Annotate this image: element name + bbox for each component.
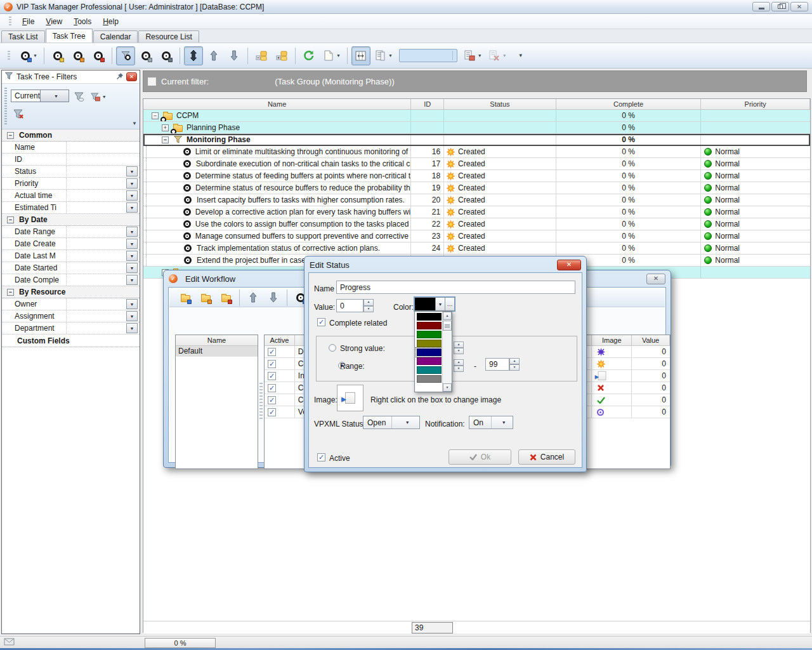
chevron-down-icon[interactable]: ▼ — [126, 323, 138, 333]
collapse-all-button[interactable] — [252, 46, 271, 65]
filter-field-date-last-m[interactable]: Date Last M▼ — [2, 250, 140, 262]
palette-color-swatch[interactable] — [417, 348, 442, 356]
task-row[interactable]: Determine status of resource buffers to … — [143, 182, 810, 194]
priority-cell[interactable]: Normal — [701, 158, 810, 169]
status-image-cell[interactable] — [592, 346, 632, 357]
palette-color-swatch[interactable] — [417, 375, 442, 383]
id-cell[interactable]: 18 — [411, 170, 444, 182]
restore-button[interactable] — [771, 2, 789, 11]
complete-cell[interactable]: 0 % — [556, 158, 702, 169]
chevron-down-icon[interactable]: ▼ — [126, 251, 138, 261]
complete-cell[interactable]: 0 % — [556, 122, 702, 133]
chevron-down-icon[interactable]: ▼ — [126, 202, 138, 213]
tab-calendar[interactable]: Calendar — [93, 30, 138, 43]
move-down-button[interactable] — [225, 46, 244, 65]
column-header-complete[interactable]: Complete — [556, 99, 702, 109]
color-more-button[interactable]: … — [445, 297, 455, 311]
name-cell[interactable]: Track implementation status of correctiv… — [143, 242, 411, 254]
status-value-cell[interactable]: 0 — [632, 346, 670, 357]
current-filter-checkbox[interactable] — [148, 77, 156, 86]
delete-layout-button[interactable]: ▼ — [486, 46, 509, 65]
edit-group-button[interactable] — [196, 289, 215, 306]
status-value-cell[interactable]: 0 — [632, 370, 670, 381]
color-dropdown-button[interactable]: ▼ — [436, 297, 445, 311]
status-cell[interactable]: Created — [444, 194, 556, 206]
priority-cell[interactable]: Normal — [701, 230, 810, 242]
name-cell[interactable]: Insert capacity buffers to tasks with hi… — [143, 194, 411, 206]
refresh-button[interactable] — [299, 46, 318, 65]
status-cell[interactable]: Created — [444, 230, 556, 242]
chevron-down-icon[interactable]: ▼ — [126, 227, 138, 237]
complete-cell[interactable]: 0 % — [556, 206, 702, 218]
priority-cell[interactable] — [701, 110, 810, 121]
status-image-cell[interactable] — [592, 394, 632, 406]
chevron-down-icon[interactable]: ▼ — [126, 239, 138, 249]
name-cell[interactable]: −Monitoring Phase — [143, 134, 411, 145]
status-cell[interactable]: Created — [444, 206, 556, 218]
palette-scrollbar[interactable]: ▲ ▼ — [442, 312, 452, 392]
collapse-icon[interactable]: − — [162, 136, 169, 143]
id-cell[interactable] — [411, 122, 444, 133]
range-to-spinner[interactable]: ▲▼ — [509, 358, 520, 371]
range-from-spinner[interactable]: ▲▼ — [454, 359, 464, 372]
filter-field-id[interactable]: ID — [2, 154, 140, 166]
id-cell[interactable]: 23 — [411, 230, 444, 242]
priority-cell[interactable]: Normal — [701, 194, 810, 206]
group-row[interactable]: +Planning Phase0 % — [143, 122, 810, 134]
status-cell[interactable]: Created — [444, 146, 556, 157]
expand-all-button[interactable] — [272, 46, 291, 65]
edit-task-button[interactable] — [69, 46, 88, 65]
status-value-input[interactable]: 0 — [336, 299, 363, 312]
scroll-down-icon[interactable]: ▼ — [443, 383, 452, 392]
collapse-icon[interactable]: − — [7, 289, 14, 296]
sort-toggle-button[interactable] — [184, 46, 203, 65]
strong-value-radio[interactable] — [329, 344, 336, 352]
complete-cell[interactable]: 0 % — [556, 146, 702, 157]
filter-field-status[interactable]: Status▼ — [2, 166, 140, 178]
collapse-icon[interactable]: − — [7, 132, 14, 139]
complete-related-checkbox[interactable]: ✓ — [317, 318, 325, 326]
chevron-down-icon[interactable]: ▼ — [126, 311, 138, 321]
filter-field-date-comple[interactable]: Date Comple▼ — [2, 274, 140, 286]
task-row[interactable]: Subordinate execution of non-critical ch… — [143, 158, 810, 170]
spin-up-icon[interactable]: ▲ — [363, 299, 374, 306]
complete-cell[interactable]: 0 % — [556, 182, 702, 194]
delete-group-button[interactable] — [216, 289, 235, 306]
tab-resource-list[interactable]: Resource List — [138, 30, 199, 43]
priority-cell[interactable]: Normal — [701, 170, 810, 182]
task-row[interactable]: Manage consumed buffers to support preve… — [143, 230, 810, 242]
move-status-up-button[interactable] — [244, 289, 263, 306]
id-cell[interactable]: 21 — [411, 206, 444, 218]
clear-filter-button[interactable] — [11, 107, 27, 122]
add-subtask-button[interactable] — [48, 46, 67, 65]
active-checkbox[interactable]: ✓ — [317, 453, 325, 461]
filter-section-by-date[interactable]: −By Date — [2, 214, 140, 226]
filter-field-date-started[interactable]: Date Started▼ — [2, 262, 140, 274]
status-cell[interactable]: Created — [444, 218, 556, 230]
complete-cell[interactable]: 0 % — [556, 242, 702, 254]
name-cell[interactable]: Determine status of feeding buffers at p… — [143, 170, 411, 182]
palette-color-swatch[interactable] — [417, 313, 442, 321]
status-cell[interactable] — [444, 134, 556, 145]
filter-field-estimated-ti[interactable]: Estimated Ti▼ — [2, 202, 140, 214]
palette-color-swatch[interactable] — [417, 340, 442, 347]
active-cell[interactable]: ✓ — [265, 394, 295, 406]
column-header-id[interactable]: ID — [411, 99, 444, 109]
active-checkbox[interactable]: ✓ — [268, 348, 276, 356]
tab-task-tree[interactable]: Task Tree — [46, 29, 93, 43]
filter-section-common[interactable]: −Common — [2, 129, 140, 142]
tab-task-list[interactable]: Task List — [1, 30, 45, 43]
id-cell[interactable]: 17 — [411, 158, 444, 169]
cancel-button[interactable]: Cancel — [518, 449, 575, 465]
priority-cell[interactable]: Normal — [701, 242, 810, 254]
chevron-down-icon[interactable]: ▼ — [126, 178, 138, 189]
palette-color-swatch[interactable] — [417, 357, 442, 365]
active-checkbox[interactable]: ✓ — [268, 408, 276, 416]
column-header-priority[interactable]: Priority — [701, 99, 810, 109]
value-column-header[interactable]: Value — [632, 335, 670, 345]
active-cell[interactable]: ✓ — [265, 370, 295, 381]
collapse-icon[interactable]: − — [152, 112, 159, 119]
name-cell[interactable]: +Planning Phase — [143, 122, 411, 133]
pin-icon[interactable] — [116, 72, 124, 82]
name-cell[interactable]: −CCPM — [143, 110, 411, 121]
